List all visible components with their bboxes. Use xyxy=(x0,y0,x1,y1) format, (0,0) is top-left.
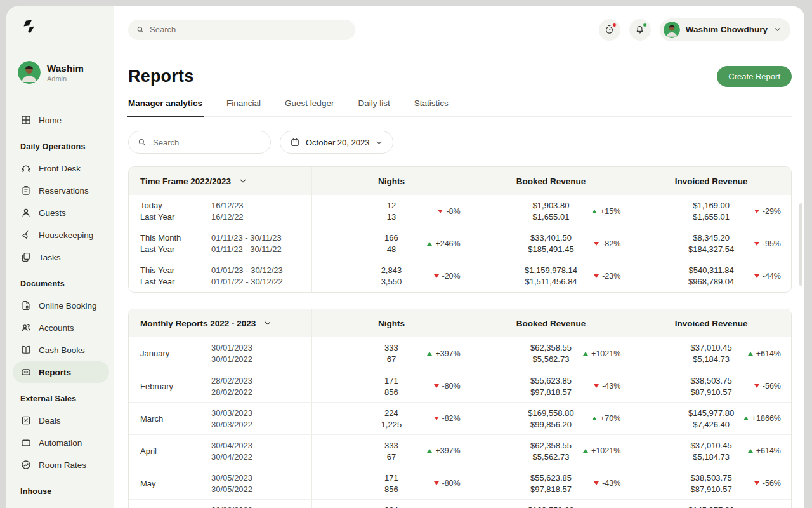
trend-down-icon xyxy=(594,274,599,278)
global-search-input[interactable] xyxy=(150,25,348,34)
trend-indicator: -82% xyxy=(594,239,620,248)
trend-indicator: +397% xyxy=(427,446,460,455)
sidebar-item-deals[interactable]: Deals xyxy=(18,410,108,431)
online-booking-icon xyxy=(20,300,32,311)
trend-down-icon xyxy=(754,242,759,246)
row-labels: February xyxy=(140,382,211,391)
trend-down-icon xyxy=(594,384,599,388)
sidebar-user-card[interactable]: Washim Admin xyxy=(18,61,108,84)
trend-change: -43% xyxy=(602,382,620,391)
row-date: 30/03/2022 xyxy=(211,420,252,429)
metric-value: $62,358.55 xyxy=(530,343,572,352)
cell-nights: 33367+397% xyxy=(311,337,471,370)
table-search-input[interactable] xyxy=(128,131,271,154)
table-title-dropdown[interactable]: Monthly Reports 2022 - 2023 xyxy=(140,319,272,328)
row-dates: 30/01/202330/01/2022 xyxy=(211,343,252,364)
notifications-button[interactable] xyxy=(629,19,651,41)
row-period-cell: June30/06/202330/06/2022 xyxy=(129,500,311,508)
topbar-actions: Washim Chowdhury xyxy=(599,18,790,41)
sidebar-item-reservations[interactable]: Reservations xyxy=(18,180,108,201)
trend-indicator: -56% xyxy=(754,382,781,391)
metric-value: 166 xyxy=(384,233,398,243)
cell-booked: $33,401.50$185,491.45-82% xyxy=(471,227,631,260)
sidebar-item-label: Automation xyxy=(39,438,82,448)
metric-value: 333 xyxy=(384,441,398,450)
sidebar-item-cash-books[interactable]: Cash Books xyxy=(18,339,108,361)
metric-value: $145,977.80 xyxy=(688,408,734,418)
metric-value: $87,910.57 xyxy=(691,387,732,397)
sidebar-user-role: Admin xyxy=(47,75,84,83)
row-label: March xyxy=(140,414,211,424)
trend-indicator: +246% xyxy=(427,239,460,248)
sidebar-item-accounts[interactable]: Accounts xyxy=(18,317,108,338)
scrollbar[interactable] xyxy=(799,203,802,286)
row-date: 28/02/2022 xyxy=(211,387,252,397)
sidebar-item-automation[interactable]: Automation xyxy=(18,432,108,453)
tab-financial[interactable]: Financial xyxy=(226,98,261,116)
create-report-button[interactable]: Create Report xyxy=(717,66,792,87)
table-row: February28/02/202328/02/2022171856-80%$5… xyxy=(129,370,791,402)
trend-up-icon xyxy=(427,352,432,356)
chevron-down-icon xyxy=(263,319,272,328)
user-menu[interactable]: Washim Chowdhury xyxy=(660,18,790,41)
sidebar-item-room-rates[interactable]: Room Rates xyxy=(18,454,108,476)
trend-indicator: -82% xyxy=(434,414,461,423)
tab-guest-ledger[interactable]: Guest ledger xyxy=(285,98,334,116)
cell-nights: 1213-8% xyxy=(311,195,471,227)
brand-logo-icon xyxy=(20,19,37,36)
metric-value: $5,184.73 xyxy=(693,354,730,364)
cell-nights: 171856-80% xyxy=(311,467,471,499)
metric-value: $540,311.84 xyxy=(688,265,733,275)
nav-section-label-external-sales: External Sales xyxy=(20,394,108,403)
global-search[interactable] xyxy=(128,20,355,40)
row-dates: 28/02/202328/02/2022 xyxy=(211,376,252,397)
guests-icon xyxy=(20,207,32,218)
reservations-icon xyxy=(20,185,32,196)
row-period-cell: TodayLast Year16/12/2316/12/22 xyxy=(129,195,311,227)
activity-button[interactable] xyxy=(599,19,620,41)
sidebar-item-tasks[interactable]: Tasks xyxy=(18,246,108,268)
tasks-icon xyxy=(20,251,32,263)
sidebar-item-label: Reservations xyxy=(39,186,89,196)
table-header-row: Monthly Reports 2022 - 2023NightsBooked … xyxy=(129,309,791,337)
trend-indicator: -8% xyxy=(438,207,460,216)
sidebar-item-home[interactable]: Home xyxy=(18,109,108,131)
table-row: May30/05/202330/05/2022171856-80%$55,623… xyxy=(129,467,791,499)
cell-invoiced: $1,169.00$1,655.01-29% xyxy=(631,195,791,227)
topbar: Washim Chowdhury xyxy=(114,6,804,53)
trend-indicator: +614% xyxy=(748,349,781,358)
row-labels: May xyxy=(140,479,211,488)
cell-booked: $169,558.80$99,856.20+70% xyxy=(471,500,631,508)
metric-value: $37,010.45 xyxy=(691,343,732,352)
page-title: Reports xyxy=(128,67,193,86)
chevron-down-icon xyxy=(773,25,782,34)
sidebar-item-reports[interactable]: Reports xyxy=(13,361,109,383)
tab-manager-analytics[interactable]: Manager analytics xyxy=(128,98,202,116)
metric-value: $1,159,978.14 xyxy=(525,265,577,275)
trend-up-icon xyxy=(592,210,597,213)
row-date: 01/11/22 - 30/11/22 xyxy=(211,244,282,254)
metric-value: $99,856.20 xyxy=(530,420,572,429)
trend-down-icon xyxy=(438,210,443,213)
sidebar-item-online-booking[interactable]: Online Booking xyxy=(18,295,108,316)
cell-booked: $62,358.55$5,562.73+1021% xyxy=(471,337,631,370)
table-title-dropdown[interactable]: Time Frame 2022/2023 xyxy=(140,177,247,186)
date-filter[interactable]: October 20, 2023 xyxy=(280,131,393,154)
table-search[interactable] xyxy=(128,131,271,154)
cell-booked: $55,623.85$97,818.57-43% xyxy=(471,370,631,402)
metric-value: $1,655.01 xyxy=(693,212,730,222)
row-date: 16/12/23 xyxy=(211,201,244,210)
tab-daily-list[interactable]: Daily list xyxy=(358,98,390,116)
metric-value: $55,623.85 xyxy=(530,376,572,385)
table-body: TodayLast Year16/12/2316/12/221213-8%$1,… xyxy=(129,195,791,292)
tab-statistics[interactable]: Statistics xyxy=(414,98,449,116)
home-icon xyxy=(20,114,32,126)
metric-value: $38,503.75 xyxy=(691,376,732,385)
row-label: Last Year xyxy=(140,244,211,254)
report-tabs: Manager analyticsFinancialGuest ledgerDa… xyxy=(128,98,792,117)
trend-change: -20% xyxy=(442,272,461,281)
metric-value: $1,169.00 xyxy=(693,201,730,210)
sidebar-item-housekeeping[interactable]: Housekeeping xyxy=(18,224,108,246)
sidebar-item-front-desk[interactable]: Front Desk xyxy=(18,157,108,179)
sidebar-item-guests[interactable]: Guests xyxy=(18,202,108,224)
